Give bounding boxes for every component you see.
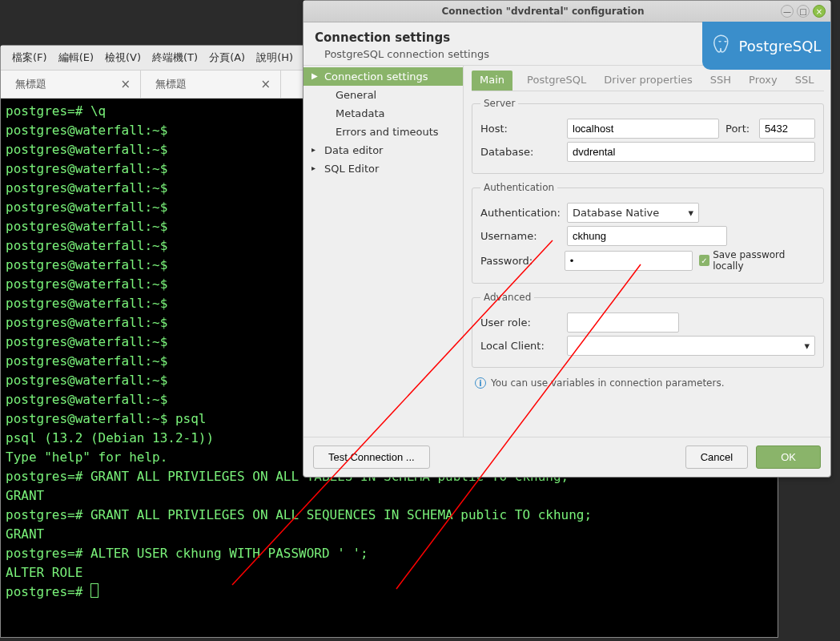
dialog-header: Connection settings PostgreSQL connectio… bbox=[303, 22, 830, 65]
local-client-select[interactable]: ▾ bbox=[567, 336, 815, 356]
dialog-title: Connection "dvdrental" configuration bbox=[308, 6, 778, 17]
sidebar-item-metadata[interactable]: Metadata bbox=[303, 104, 463, 123]
tab-main[interactable]: Main bbox=[472, 71, 512, 91]
database-label: Database: bbox=[480, 146, 561, 158]
close-icon[interactable]: × bbox=[120, 77, 131, 91]
chevron-down-icon: ▾ bbox=[804, 340, 810, 352]
window-minimize-button[interactable]: — bbox=[781, 5, 794, 18]
port-label: Port: bbox=[725, 123, 753, 135]
sidebar-item-general[interactable]: General bbox=[303, 86, 463, 104]
settings-content: Main PostgreSQL Driver properties SSH Pr… bbox=[464, 66, 830, 437]
server-group: Server Host: Port: Database: bbox=[472, 98, 824, 174]
chevron-right-icon: ▶ bbox=[311, 71, 318, 80]
local-client-label: Local Client: bbox=[480, 340, 561, 352]
save-password-checkbox[interactable]: ✓ Save password locally bbox=[699, 249, 815, 272]
host-label: Host: bbox=[480, 123, 561, 135]
info-text: You can use variables in connection para… bbox=[491, 377, 725, 389]
cancel-button[interactable]: Cancel bbox=[685, 445, 748, 469]
dialog-footer: Test Connection ... Cancel OK bbox=[303, 437, 830, 477]
sidebar-item-label: SQL Editor bbox=[324, 163, 379, 175]
tab-title: 無標題 bbox=[15, 77, 46, 91]
group-legend: Server bbox=[480, 98, 518, 109]
checkmark-icon: ✓ bbox=[699, 255, 710, 266]
logo-text: PostgreSQL bbox=[739, 38, 822, 54]
terminal-tab[interactable]: 無標題 × bbox=[141, 71, 281, 98]
connection-config-dialog: Connection "dvdrental" configuration — □… bbox=[303, 0, 831, 478]
info-note: i You can use variables in connection pa… bbox=[472, 376, 824, 390]
tab-ssl[interactable]: SSL bbox=[792, 71, 818, 91]
tab-postgresql[interactable]: PostgreSQL bbox=[524, 71, 589, 91]
password-input[interactable] bbox=[565, 251, 693, 271]
menu-item[interactable]: 說明(H) bbox=[251, 47, 298, 68]
dialog-titlebar[interactable]: Connection "dvdrental" configuration — □… bbox=[303, 1, 830, 22]
checkbox-label: Save password locally bbox=[713, 249, 815, 272]
user-role-label: User role: bbox=[480, 316, 561, 329]
terminal-tab[interactable]: 無標題 × bbox=[1, 71, 141, 98]
menu-item[interactable]: 檔案(F) bbox=[7, 47, 52, 68]
sidebar-item-connection-settings[interactable]: ▶Connection settings bbox=[303, 67, 463, 86]
chevron-down-icon: ▾ bbox=[688, 207, 693, 219]
username-input[interactable] bbox=[567, 226, 727, 246]
tab-ssh[interactable]: SSH bbox=[707, 71, 734, 91]
tab-title: 無標題 bbox=[155, 77, 187, 91]
password-label: Password: bbox=[480, 255, 558, 267]
database-input[interactable] bbox=[567, 142, 815, 162]
info-icon: i bbox=[475, 377, 486, 389]
window-maximize-button[interactable]: □ bbox=[797, 5, 810, 18]
advanced-group: Advanced User role: Local Client: ▾ bbox=[472, 292, 824, 368]
chevron-right-icon: ▸ bbox=[311, 163, 316, 172]
user-role-input[interactable] bbox=[567, 312, 679, 333]
authentication-label: Authentication: bbox=[480, 207, 561, 219]
sidebar-item-data-editor[interactable]: ▸Data editor bbox=[303, 141, 463, 159]
host-input[interactable] bbox=[567, 119, 719, 139]
authentication-group: Authentication Authentication: Database … bbox=[472, 182, 824, 284]
chevron-right-icon: ▸ bbox=[311, 145, 316, 154]
group-legend: Authentication bbox=[480, 182, 557, 193]
sidebar-item-label: Data editor bbox=[324, 144, 383, 156]
port-input[interactable] bbox=[759, 119, 815, 139]
tab-driver-properties[interactable]: Driver properties bbox=[601, 71, 695, 91]
settings-sidebar: ▶Connection settings General Metadata Er… bbox=[303, 66, 464, 437]
dialog-body: ▶Connection settings General Metadata Er… bbox=[303, 65, 830, 437]
menu-item[interactable]: 分頁(A) bbox=[204, 47, 250, 68]
sidebar-item-sql-editor[interactable]: ▸SQL Editor bbox=[303, 159, 463, 178]
menu-item[interactable]: 檢視(V) bbox=[100, 47, 146, 68]
group-legend: Advanced bbox=[480, 292, 534, 303]
sidebar-item-label: Connection settings bbox=[324, 71, 428, 83]
tab-proxy[interactable]: Proxy bbox=[746, 71, 781, 91]
authentication-select[interactable]: Database Native ▾ bbox=[567, 203, 699, 223]
close-icon[interactable]: × bbox=[260, 77, 271, 91]
username-label: Username: bbox=[480, 230, 561, 242]
elephant-icon bbox=[712, 34, 733, 57]
menu-item[interactable]: 終端機(T) bbox=[147, 47, 203, 68]
sidebar-item-errors-timeouts[interactable]: Errors and timeouts bbox=[303, 123, 463, 141]
menu-item[interactable]: 編輯(E) bbox=[54, 47, 98, 68]
window-close-button[interactable]: × bbox=[813, 5, 826, 18]
select-value: Database Native bbox=[573, 207, 659, 219]
ok-button[interactable]: OK bbox=[756, 445, 821, 469]
postgresql-logo: PostgreSQL bbox=[702, 22, 830, 70]
settings-tabs: Main PostgreSQL Driver properties SSH Pr… bbox=[472, 71, 824, 91]
test-connection-button[interactable]: Test Connection ... bbox=[313, 445, 430, 469]
